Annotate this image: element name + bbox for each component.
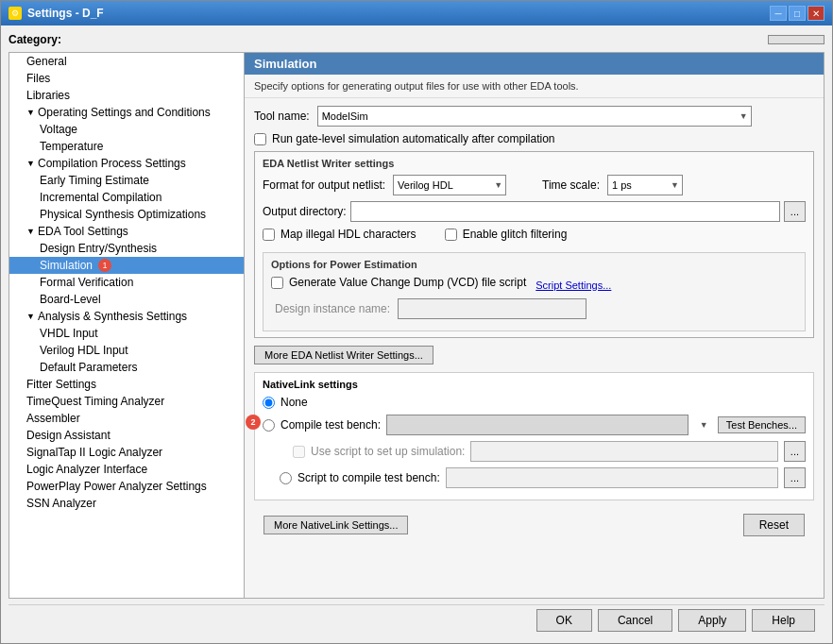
none-radio[interactable] (263, 397, 275, 409)
sidebar-item-early-timing[interactable]: Early Timing Estimate (9, 172, 244, 189)
time-scale-dropdown[interactable]: 1 ps 10 ps 100 ps 1 ns (607, 175, 683, 195)
test-benches-button[interactable]: Test Benches... (718, 416, 806, 433)
power-estimation-group: Options for Power Estimation Generate Va… (263, 252, 806, 331)
sidebar-item-simulation[interactable]: Simulation 1 (9, 257, 244, 274)
design-entry-label: Design Entry/Synthesis (40, 242, 157, 255)
browse-button[interactable]: ... (784, 201, 806, 222)
compile-tb-radio[interactable] (263, 419, 275, 432)
design-instance-row: Design instance name: (271, 298, 797, 319)
format-dropdown[interactable]: Verilog HDL VHDL (393, 175, 506, 195)
more-nativelink-button[interactable]: More NativeLink Settings... (264, 516, 408, 534)
script-compile-label: Script to compile test bench: (298, 471, 440, 484)
sidebar-item-vhdl-input[interactable]: VHDL Input (9, 325, 244, 342)
sidebar-item-incremental-compilation[interactable]: Incremental Compilation (9, 189, 244, 206)
physical-synthesis-label: Physical Synthesis Optimizations (40, 208, 206, 221)
vhdl-input-label: VHDL Input (40, 327, 98, 340)
compile-tb-label: Compile test bench: (280, 418, 381, 432)
sidebar-item-design-entry-synthesis[interactable]: Design Entry/Synthesis (9, 240, 244, 257)
output-dir-label: Output directory: (263, 205, 347, 218)
map-illegal-checkbox[interactable] (263, 229, 275, 241)
script-compile-browse-btn[interactable]: ... (784, 467, 806, 488)
format-select[interactable]: Verilog HDL VHDL (393, 175, 506, 195)
script-settings-link[interactable]: Script Settings... (536, 280, 611, 291)
sidebar-item-files[interactable]: Files (9, 70, 244, 87)
enable-glitch-row: Enable glitch filtering (445, 228, 568, 241)
ok-button[interactable]: OK (536, 609, 592, 632)
help-button[interactable]: Help (752, 609, 815, 632)
sidebar-item-assembler[interactable]: Assembler (9, 410, 244, 427)
use-script-input[interactable] (470, 441, 777, 462)
script-compile-row: Script to compile test bench: ... (263, 467, 806, 488)
footer-bar: OK Cancel Apply Help (8, 604, 824, 636)
files-label: Files (26, 72, 50, 85)
sidebar-item-fitter-settings[interactable]: Fitter Settings (9, 376, 244, 393)
main-content: Category: General Files Libraries ▼ Oper… (1, 25, 832, 643)
window-title: Settings - D_F (27, 7, 104, 20)
sidebar-item-eda-tool-settings[interactable]: ▼ EDA Tool Settings (9, 223, 244, 240)
time-scale-select[interactable]: 1 ps 10 ps 100 ps 1 ns (607, 175, 683, 195)
sidebar-item-libraries[interactable]: Libraries (9, 87, 244, 104)
maximize-button[interactable]: □ (789, 6, 806, 21)
sidebar-item-physical-synthesis[interactable]: Physical Synthesis Optimizations (9, 206, 244, 223)
generate-vcd-row: Generate Value Change Dump (VCD) file sc… (271, 276, 526, 289)
incremental-compilation-label: Incremental Compilation (40, 191, 162, 204)
format-timescale-row: Format for output netlist: Verilog HDL V… (263, 175, 806, 195)
simulation-badge: 1 (98, 259, 111, 272)
generate-vcd-checkbox[interactable] (271, 277, 283, 289)
general-label: General (26, 55, 67, 68)
tool-name-dropdown[interactable]: ModelSim ModelSim-Altera VCS VCS MX NC-S… (317, 106, 752, 127)
none-label: None (280, 396, 308, 409)
map-illegal-label: Map illegal HDL characters (280, 228, 416, 241)
expand-icon: ▼ (26, 108, 36, 117)
reset-button[interactable]: Reset (743, 514, 805, 536)
sidebar-item-board-level[interactable]: Board-Level (9, 291, 244, 308)
use-script-label: Use script to set up simulation: (311, 445, 465, 458)
script-browse-btn[interactable]: ... (784, 441, 806, 462)
logic-analyzer-label: Logic Analyzer Interface (26, 463, 147, 476)
sidebar-item-powerplay[interactable]: PowerPlay Power Analyzer Settings (9, 478, 244, 495)
device-button[interactable] (768, 35, 824, 44)
none-radio-row: None (263, 396, 806, 409)
sidebar-item-operating-settings[interactable]: ▼ Operating Settings and Conditions (9, 104, 244, 121)
script-compile-input[interactable] (446, 467, 778, 488)
tool-name-select[interactable]: ModelSim ModelSim-Altera VCS VCS MX NC-S… (317, 106, 752, 127)
close-button[interactable]: ✕ (808, 6, 824, 21)
script-compile-radio[interactable] (280, 472, 292, 484)
sidebar-item-voltage[interactable]: Voltage (9, 121, 244, 138)
use-script-row: Use script to set up simulation: ... (263, 441, 806, 462)
sidebar-item-compilation-process[interactable]: ▼ Compilation Process Settings (9, 155, 244, 172)
sidebar-item-default-parameters[interactable]: Default Parameters (9, 359, 244, 376)
cancel-button[interactable]: Cancel (598, 609, 672, 632)
use-script-checkbox[interactable] (293, 446, 305, 458)
app-icon: ⚙ (8, 7, 22, 20)
sidebar-item-signaltap[interactable]: SignalTap II Logic Analyzer (9, 444, 244, 461)
sidebar-item-design-assistant[interactable]: Design Assistant (9, 427, 244, 444)
run-gate-level-row: Run gate-level simulation automatically … (254, 132, 814, 145)
minimize-button[interactable]: ─ (770, 6, 787, 21)
output-dir-input[interactable]: simulation/modelsim (350, 201, 780, 222)
apply-button[interactable]: Apply (678, 609, 746, 632)
sidebar-item-formal-verification[interactable]: Formal Verification (9, 274, 244, 291)
sidebar-item-analysis-synthesis[interactable]: ▼ Analysis & Synthesis Settings (9, 308, 244, 325)
bottom-bar: More NativeLink Settings... Reset (254, 508, 814, 540)
enable-glitch-checkbox[interactable] (445, 229, 457, 241)
more-eda-button[interactable]: More EDA Netlist Writer Settings... (254, 346, 434, 364)
sidebar-item-verilog-hdl-input[interactable]: Verilog HDL Input (9, 342, 244, 359)
expand-icon-4: ▼ (26, 312, 36, 321)
sidebar-item-logic-analyzer[interactable]: Logic Analyzer Interface (9, 461, 244, 478)
nativelink-section: NativeLink settings None 2 Compile test … (254, 372, 814, 500)
fitter-settings-label: Fitter Settings (26, 378, 96, 391)
panels: General Files Libraries ▼ Operating Sett… (8, 52, 824, 599)
libraries-label: Libraries (26, 89, 70, 102)
run-gate-level-checkbox[interactable] (254, 133, 266, 145)
sidebar-item-ssn-analyzer[interactable]: SSN Analyzer (9, 495, 244, 512)
bottom-right-buttons: Reset (743, 514, 805, 536)
sidebar-item-general[interactable]: General (9, 53, 244, 70)
ssn-analyzer-label: SSN Analyzer (26, 497, 96, 510)
sidebar-item-temperature[interactable]: Temperature (9, 138, 244, 155)
tool-name-label: Tool name: (254, 110, 310, 123)
design-instance-input[interactable] (398, 298, 586, 319)
sidebar-item-timequest[interactable]: TimeQuest Timing Analyzer (9, 393, 244, 410)
compile-tb-select[interactable] (386, 415, 688, 435)
compile-tb-dropdown[interactable] (386, 415, 712, 435)
